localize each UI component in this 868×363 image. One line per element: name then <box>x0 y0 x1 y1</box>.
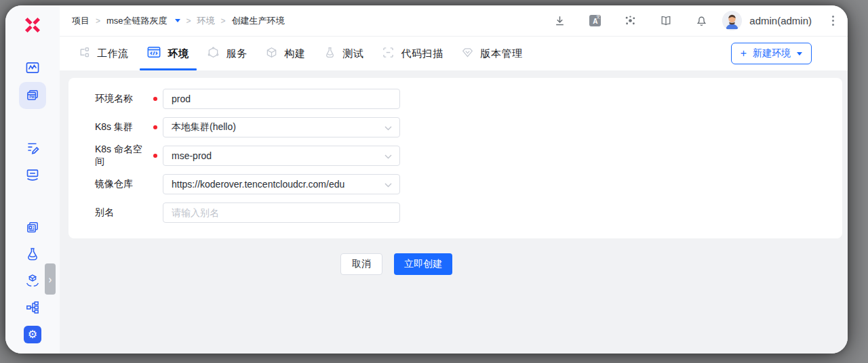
chevron-down-icon <box>797 52 802 56</box>
sidebar-expand-handle[interactable]: › <box>45 263 56 295</box>
avatar <box>722 11 742 30</box>
sidebar-item-settings[interactable]: ⚙ <box>19 321 46 348</box>
chevron-down-icon <box>384 126 392 131</box>
dashboard-icon <box>25 60 40 75</box>
breadcrumb-project-name[interactable]: mse全链路灰度 <box>106 15 167 27</box>
tab-label: 测试 <box>343 47 364 60</box>
tab-code-scan[interactable]: 代码扫描 <box>382 37 443 70</box>
cancel-button[interactable]: 取消 <box>340 253 382 275</box>
flask-icon <box>25 247 40 261</box>
select-value: mse-prod <box>172 150 212 161</box>
form-row-k8s-cluster: K8s 集群 本地集群(hello) <box>95 117 842 137</box>
download-icon[interactable] <box>554 15 566 26</box>
pm-label: PM <box>29 95 35 99</box>
tab-environments[interactable]: 环境 <box>147 37 189 70</box>
breadcrumb-separator: > <box>186 16 191 26</box>
required-dot-icon <box>153 125 157 129</box>
cluster-icon[interactable] <box>625 15 636 26</box>
sidebar-item-artifact-delivery[interactable] <box>19 267 46 294</box>
breadcrumb-projects[interactable]: 项目 <box>72 15 90 27</box>
language-sup: 文 <box>596 15 600 20</box>
plus-icon: + <box>741 48 747 59</box>
sidebar-item-release-plan[interactable] <box>19 134 46 161</box>
sidebar-item-test-center[interactable] <box>19 240 46 268</box>
required-marker <box>149 154 163 158</box>
field-label: 别名 <box>95 207 149 219</box>
field-label: 镜像仓库 <box>95 178 149 190</box>
tab-builds[interactable]: 构建 <box>266 37 306 70</box>
required-marker <box>149 125 163 129</box>
user-menu[interactable]: admin(admin) <box>722 11 812 30</box>
sidebar-item-delivery-center[interactable] <box>19 161 46 188</box>
alias-input[interactable] <box>163 202 400 223</box>
box-in-hands-icon <box>25 273 40 288</box>
sidebar-item-projects[interactable]: PM <box>19 82 46 109</box>
workflow-icon <box>78 47 90 61</box>
image-registry-select[interactable]: https://koderover.tencentcloudcr.com/edu <box>163 174 400 194</box>
select-value: 本地集群(hello) <box>172 121 236 133</box>
templates-icon <box>25 220 40 235</box>
gear-icon: ⚙ <box>24 326 41 343</box>
tab-workflows[interactable]: 工作流 <box>78 37 129 70</box>
tab-label: 环境 <box>168 47 189 60</box>
breadcrumb-current-page: 创建生产环境 <box>232 15 285 27</box>
create-env-form-card: 环境名称 K8s 集群 本地集群(hello) K8s 命名空间 <box>68 78 842 238</box>
service-hexagon-icon <box>208 47 219 61</box>
sidebar-item-resource-config[interactable] <box>19 294 46 321</box>
notifications-bell-icon[interactable] <box>696 15 707 26</box>
tab-label: 构建 <box>285 47 306 60</box>
more-options-icon[interactable] <box>832 16 834 26</box>
sidebar-item-dashboard[interactable] <box>19 54 46 81</box>
app-window: PM <box>5 5 848 354</box>
new-environment-button[interactable]: + 新建环境 <box>731 43 812 64</box>
k8s-cluster-select[interactable]: 本地集群(hello) <box>163 117 400 137</box>
form-row-alias: 别名 <box>95 202 842 223</box>
build-cube-icon <box>266 47 277 61</box>
scan-brackets-icon <box>382 47 394 61</box>
field-label: 环境名称 <box>95 93 149 105</box>
tab-services[interactable]: 服务 <box>208 37 248 70</box>
k8s-namespace-select[interactable]: mse-prod <box>163 146 400 166</box>
main-area: 项目 > mse全链路灰度 > 环境 > 创建生产环境 A 文 <box>60 5 848 354</box>
breadcrumb-environments[interactable]: 环境 <box>197 15 215 27</box>
field-label: K8s 命名空间 <box>95 144 149 168</box>
env-name-input[interactable] <box>163 89 400 109</box>
select-value: https://koderover.tencentcloudcr.com/edu <box>172 179 344 190</box>
sidebar: PM <box>5 5 60 354</box>
chevron-right-icon: › <box>48 272 52 286</box>
zadig-logo-icon[interactable] <box>24 16 41 34</box>
breadcrumb: 项目 > mse全链路灰度 > 环境 > 创建生产环境 <box>72 15 285 27</box>
breadcrumb-separator: > <box>221 16 226 26</box>
documentation-book-icon[interactable] <box>660 15 672 26</box>
version-gem-icon <box>462 47 473 61</box>
required-dot-icon <box>153 97 157 101</box>
new-environment-label: 新建环境 <box>753 47 791 60</box>
chevron-down-icon <box>384 183 392 188</box>
tab-bar: 工作流 环境 <box>60 37 848 70</box>
edit-list-icon <box>25 140 40 155</box>
user-name: admin(admin) <box>749 15 812 26</box>
create-now-button[interactable]: 立即创建 <box>394 253 452 275</box>
language-toggle-icon[interactable]: A 文 <box>589 15 601 26</box>
sidebar-item-template-library[interactable] <box>19 214 46 241</box>
topbar: 项目 > mse全链路灰度 > 环境 > 创建生产环境 A 文 <box>60 5 848 37</box>
tab-label: 工作流 <box>97 47 129 60</box>
required-dot-icon <box>153 154 157 158</box>
tab-label: 服务 <box>226 47 248 60</box>
projects-icon: PM <box>25 88 40 103</box>
environment-icon <box>147 46 161 61</box>
chevron-down-icon <box>384 154 392 159</box>
project-dropdown-caret-icon[interactable] <box>175 19 180 22</box>
breadcrumb-separator: > <box>96 16 100 26</box>
org-tree-icon <box>25 300 40 315</box>
form-row-env-name: 环境名称 <box>95 89 842 109</box>
tab-label: 代码扫描 <box>401 47 443 60</box>
content-area: 环境名称 K8s 集群 本地集群(hello) K8s 命名空间 <box>60 70 848 354</box>
field-label: K8s 集群 <box>95 121 149 133</box>
required-marker <box>149 97 163 101</box>
tab-version-management[interactable]: 版本管理 <box>462 37 523 70</box>
tab-label: 版本管理 <box>481 47 523 60</box>
tab-tests[interactable]: 测试 <box>324 37 364 70</box>
screen-hand-icon <box>25 167 40 182</box>
topbar-icons: A 文 <box>554 15 707 26</box>
